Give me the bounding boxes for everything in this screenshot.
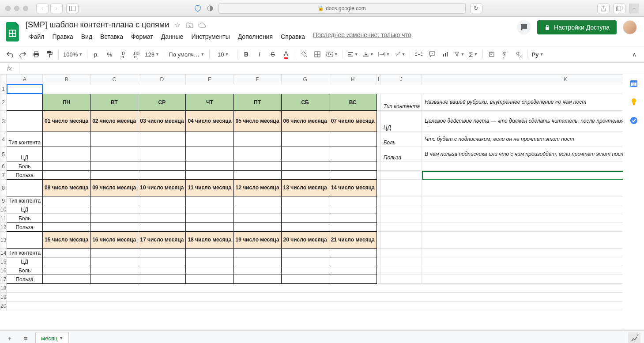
cell-H2[interactable]: ВС <box>329 94 377 111</box>
cell-B13[interactable]: 15 число месяца <box>43 232 90 249</box>
cell-A17[interactable]: Польза <box>7 275 43 284</box>
comment-cell-button[interactable] <box>426 48 438 60</box>
fx-label[interactable]: fx <box>0 63 19 74</box>
functions-button[interactable]: Σ▼ <box>467 48 479 60</box>
cell-B2[interactable]: ПН <box>43 94 90 111</box>
font-select[interactable]: По умолча…▼ <box>167 48 207 60</box>
link-button[interactable] <box>413 48 425 60</box>
currency-button[interactable]: р. <box>90 48 102 60</box>
halign-button[interactable]: ▼ <box>346 48 360 60</box>
print-button[interactable] <box>30 48 42 60</box>
cell-A6[interactable]: Боль <box>7 162 43 171</box>
rotate-button[interactable]: A▼ <box>392 48 407 60</box>
cell-E2[interactable]: ЧТ <box>186 94 233 111</box>
row-1[interactable]: 1 <box>0 84 7 94</box>
cell-A2[interactable] <box>7 94 43 111</box>
cell-A3[interactable] <box>7 111 43 132</box>
side-panel-toggle[interactable]: › <box>637 331 639 338</box>
menu-data[interactable]: Данные <box>158 31 187 42</box>
number-format-select[interactable]: 123▼ <box>143 48 161 60</box>
italic-button[interactable]: I <box>253 48 266 60</box>
strikethrough-button[interactable]: S <box>267 48 279 60</box>
percent-button[interactable]: % <box>103 48 116 60</box>
tasks-icon[interactable] <box>629 116 639 125</box>
col-G[interactable]: G <box>281 75 329 84</box>
borders-button[interactable] <box>311 48 324 60</box>
col-I[interactable]: I <box>377 75 380 84</box>
row-2[interactable]: 2 <box>0 94 7 111</box>
cell-E13[interactable]: 18 число месяца <box>186 232 233 249</box>
col-F[interactable]: F <box>233 75 281 84</box>
cell-K4[interactable]: Что будет с подписчиком, если он не проч… <box>422 132 623 147</box>
bold-button[interactable]: B <box>240 48 252 60</box>
cell-E3[interactable]: 04 число месяца <box>186 111 233 132</box>
menu-tools[interactable]: Инструменты <box>188 31 233 42</box>
menu-format[interactable]: Формат <box>128 31 157 42</box>
reader-mode-icon[interactable] <box>206 4 214 12</box>
avatar[interactable] <box>623 20 637 34</box>
cell-K3[interactable]: Целевое действие поста — что должен сдел… <box>422 111 623 132</box>
calendar-icon[interactable]: 31 <box>629 79 639 88</box>
cell-D13[interactable]: 17 число месяца <box>138 232 186 249</box>
row-3[interactable]: 3 <box>0 111 7 132</box>
cell-A7[interactable]: Польза <box>7 171 43 180</box>
extension-button[interactable]: Py▼ <box>530 48 546 60</box>
text-color-button[interactable]: A <box>280 48 292 60</box>
select-all-corner[interactable] <box>0 75 7 84</box>
chart-button[interactable] <box>439 48 452 60</box>
cell-A1[interactable] <box>7 84 43 94</box>
cell-A4[interactable]: Тип контента <box>7 132 43 147</box>
cell-H8[interactable]: 14 число месяца <box>329 180 377 196</box>
increase-decimal-button[interactable]: .00 <box>130 48 142 60</box>
tabs-button[interactable] <box>613 4 625 13</box>
all-sheets-button[interactable]: ≡ <box>19 332 32 343</box>
close-window[interactable] <box>5 6 11 11</box>
zoom-select[interactable]: 100%▼ <box>61 48 84 60</box>
cell-K5[interactable]: В чем польза подписчика или что с ним пр… <box>422 147 623 162</box>
keep-icon[interactable] <box>629 97 639 107</box>
col-J[interactable]: J <box>380 75 422 84</box>
menu-addons[interactable]: Дополнения <box>234 31 276 42</box>
cell-B3[interactable]: 01 число месяца <box>43 111 90 132</box>
spreadsheet-grid[interactable]: A B C D E F G H I J K 1 2 ПН ВТ СР ЧТ ПТ… <box>0 74 623 330</box>
col-A[interactable]: A <box>7 75 43 84</box>
merge-cells-button[interactable]: ▼ <box>324 48 340 60</box>
cell-F13[interactable]: 19 число месяца <box>233 232 281 249</box>
cell-G2[interactable]: СБ <box>281 94 329 111</box>
share-button[interactable]: Настройки Доступа <box>537 20 617 34</box>
row-18[interactable]: 18 <box>0 284 7 293</box>
cell-A16[interactable]: Боль <box>7 266 43 275</box>
cell-F8[interactable]: 12 число месяца <box>233 180 281 196</box>
rtl-button-2[interactable] <box>499 48 511 60</box>
formula-input[interactable] <box>19 63 644 74</box>
row-10[interactable]: 10 <box>0 205 7 214</box>
cell-I2[interactable] <box>377 94 380 111</box>
move-icon[interactable] <box>186 21 194 29</box>
cell-J2[interactable]: Тип контента <box>380 94 422 111</box>
nav-forward-button[interactable]: › <box>50 4 63 13</box>
url-bar[interactable]: 🔒 docs.google.com <box>218 3 466 14</box>
undo-button[interactable] <box>4 48 16 60</box>
valign-button[interactable]: ▼ <box>361 48 376 60</box>
star-icon[interactable]: ☆ <box>173 21 181 29</box>
cell-C3[interactable]: 02 число месяца <box>90 111 138 132</box>
row-5[interactable]: 5 <box>0 147 7 162</box>
row-6[interactable]: 6 <box>0 162 7 171</box>
cell-H3[interactable]: 07 число месяца <box>329 111 377 132</box>
cell-D2[interactable]: СР <box>138 94 186 111</box>
menu-file[interactable]: Файл <box>26 31 48 42</box>
cell-F3[interactable]: 05 число месяца <box>233 111 281 132</box>
nav-back-button[interactable]: ‹ <box>36 4 49 13</box>
rtl-button-3[interactable] <box>512 48 524 60</box>
cell-A5[interactable]: ЦД <box>7 147 43 162</box>
row-17[interactable]: 17 <box>0 275 7 284</box>
cell-A15[interactable]: ЦД <box>7 257 43 266</box>
cloud-status-icon[interactable] <box>198 21 206 29</box>
add-sheet-button[interactable]: + <box>4 332 16 343</box>
fill-color-button[interactable] <box>298 48 310 60</box>
menu-insert[interactable]: Вставка <box>97 31 127 42</box>
cell-J5[interactable]: Польза <box>380 147 422 162</box>
sheets-logo[interactable] <box>4 20 22 43</box>
cell-H13[interactable]: 21 число месяца <box>329 232 377 249</box>
rtl-button-1[interactable] <box>486 48 498 60</box>
